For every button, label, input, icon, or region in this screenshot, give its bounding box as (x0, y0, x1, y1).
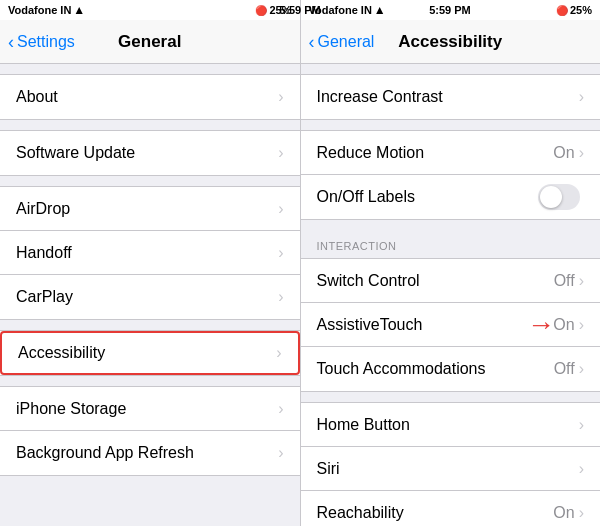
list-item-carplay[interactable]: CarPlay › (0, 275, 300, 319)
list-left: About › Software Update › AirDrop › Hand… (0, 64, 300, 526)
item-label-home-button: Home Button (317, 416, 579, 434)
chevron-reduce-motion: › (579, 144, 584, 162)
list-item-software-update[interactable]: Software Update › (0, 131, 300, 175)
group-storage: iPhone Storage › Background App Refresh … (0, 386, 300, 476)
nav-bar-right: ‹ General Accessibility (301, 20, 601, 64)
list-item-increase-contrast[interactable]: Increase Contrast › (301, 75, 601, 119)
item-value-reduce-motion: On (553, 144, 574, 162)
chevron-accessibility: › (276, 344, 281, 362)
right-panel: Vodafone IN ▲ 5:59 PM 🔴 25% ‹ General Ac… (301, 0, 601, 526)
back-chevron-left: ‹ (8, 33, 14, 51)
back-button-right[interactable]: ‹ General (309, 33, 375, 51)
carrier-left: Vodafone IN (8, 4, 71, 16)
item-label-handoff: Handoff (16, 244, 278, 262)
group-home: Home Button › Siri › Reachability On › (301, 402, 601, 526)
spacer-1 (0, 64, 300, 74)
group-software: Software Update › (0, 130, 300, 176)
chevron-background-refresh: › (278, 444, 283, 462)
item-value-reachability: On (553, 504, 574, 522)
item-label-siri: Siri (317, 460, 579, 478)
back-button-left[interactable]: ‹ Settings (8, 33, 75, 51)
status-bar-right: Vodafone IN ▲ 5:59 PM 🔴 25% (301, 0, 601, 20)
chevron-iphone-storage: › (278, 400, 283, 418)
list-item-onoff-labels[interactable]: On/Off Labels (301, 175, 601, 219)
item-label-reduce-motion: Reduce Motion (317, 144, 554, 162)
chevron-touch-accommodations: › (579, 360, 584, 378)
item-label-increase-contrast: Increase Contrast (317, 88, 579, 106)
toggle-knob-onoff (540, 186, 562, 208)
list-item-handoff[interactable]: Handoff › (0, 231, 300, 275)
section-header-interaction: INTERACTION (301, 220, 601, 258)
list-item-siri[interactable]: Siri › (301, 447, 601, 491)
item-label-touch-accommodations: Touch Accommodations (317, 360, 554, 378)
list-item-switch-control[interactable]: Switch Control Off › (301, 259, 601, 303)
list-item-touch-accommodations[interactable]: Touch Accommodations Off › (301, 347, 601, 391)
wifi-icon-right: ▲ (374, 3, 386, 17)
item-label-carplay: CarPlay (16, 288, 278, 306)
battery-pct-right: 25% (570, 4, 592, 16)
list-item-iphone-storage[interactable]: iPhone Storage › (0, 387, 300, 431)
spacer-5 (0, 376, 300, 386)
item-label-software-update: Software Update (16, 144, 278, 162)
time-left: 5:59 PM (279, 4, 299, 16)
chevron-about: › (278, 88, 283, 106)
item-label-about: About (16, 88, 278, 106)
group-contrast: Increase Contrast › (301, 74, 601, 120)
spacer-2 (0, 120, 300, 130)
item-label-iphone-storage: iPhone Storage (16, 400, 278, 418)
chevron-assistive-touch: › (579, 316, 584, 334)
list-item-airdrop[interactable]: AirDrop › (0, 187, 300, 231)
group-interaction: Switch Control Off › AssistiveTouch → On… (301, 258, 601, 392)
item-value-assistive-touch: On (553, 316, 574, 334)
wifi-icon-left: ▲ (73, 3, 85, 17)
red-arrow-icon: → (527, 311, 555, 339)
spacer-4 (0, 320, 300, 330)
nav-title-left: General (118, 32, 181, 52)
group-about: About › (0, 74, 300, 120)
chevron-increase-contrast: › (579, 88, 584, 106)
chevron-switch-control: › (579, 272, 584, 290)
item-label-onoff-labels: On/Off Labels (317, 188, 539, 206)
list-item-reachability[interactable]: Reachability On › (301, 491, 601, 526)
list-item-about[interactable]: About › (0, 75, 300, 119)
spacer-r4 (301, 392, 601, 402)
spacer-r2 (301, 120, 601, 130)
battery-area-right: 🔴 25% (556, 4, 592, 16)
item-label-background-refresh: Background App Refresh (16, 444, 278, 462)
item-label-reachability: Reachability (317, 504, 554, 522)
status-bar-left: Vodafone IN ▲ 5:59 PM 🔴 25% (0, 0, 300, 20)
toggle-onoff-labels[interactable] (538, 184, 580, 210)
list-item-assistive-touch[interactable]: AssistiveTouch → On › (301, 303, 601, 347)
list-item-home-button[interactable]: Home Button › (301, 403, 601, 447)
group-wireless: AirDrop › Handoff › CarPlay › (0, 186, 300, 320)
item-value-touch-accommodations: Off (554, 360, 575, 378)
item-value-switch-control: Off (554, 272, 575, 290)
bluetooth-icon-right: 🔴 (556, 5, 568, 16)
list-item-background-refresh[interactable]: Background App Refresh › (0, 431, 300, 475)
left-panel: Vodafone IN ▲ 5:59 PM 🔴 25% ‹ Settings G… (0, 0, 300, 526)
chevron-reachability: › (579, 504, 584, 522)
item-label-airdrop: AirDrop (16, 200, 278, 218)
group-accessibility: Accessibility › (0, 330, 300, 376)
chevron-airdrop: › (278, 200, 283, 218)
chevron-home-button: › (579, 416, 584, 434)
chevron-siri: › (579, 460, 584, 478)
spacer-3 (0, 176, 300, 186)
nav-title-right: Accessibility (398, 32, 502, 52)
chevron-carplay: › (278, 288, 283, 306)
chevron-handoff: › (278, 244, 283, 262)
chevron-software-update: › (278, 144, 283, 162)
list-item-reduce-motion[interactable]: Reduce Motion On › (301, 131, 601, 175)
item-label-assistive-touch: AssistiveTouch (317, 316, 554, 334)
nav-bar-left: ‹ Settings General (0, 20, 300, 64)
spacer-r1 (301, 64, 601, 74)
list-right: Increase Contrast › Reduce Motion On › O… (301, 64, 601, 526)
back-chevron-right: ‹ (309, 33, 315, 51)
bluetooth-icon-left: 🔴 (255, 5, 267, 16)
list-item-accessibility[interactable]: Accessibility › (0, 331, 300, 375)
group-motion: Reduce Motion On › On/Off Labels (301, 130, 601, 220)
item-label-switch-control: Switch Control (317, 272, 554, 290)
item-label-accessibility: Accessibility (18, 344, 276, 362)
time-right: 5:59 PM (429, 4, 471, 16)
back-label-right: General (318, 33, 375, 51)
